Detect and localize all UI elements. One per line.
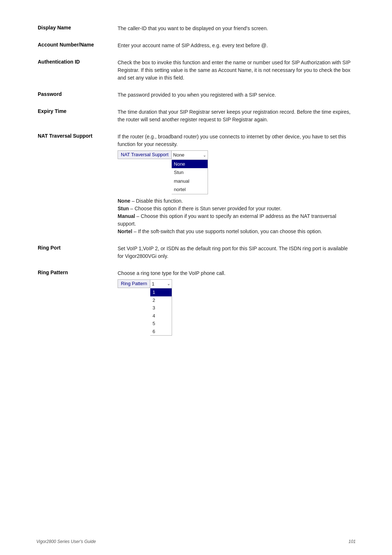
nat-option-nortel[interactable]: nortel bbox=[172, 185, 208, 194]
page-footer: Vigor2800 Series User's Guide 101 bbox=[36, 539, 356, 544]
field-row-ring-port: Ring Port Set VoIP 1,VoIP 2, or ISDN as … bbox=[36, 242, 356, 267]
field-row-authentication-id: Authentication ID Check the box to invok… bbox=[36, 56, 356, 88]
nat-term-manual: Manual bbox=[118, 213, 135, 219]
nat-option-stun[interactable]: Stun bbox=[172, 168, 208, 177]
ring-chevron-icon: ⌄ bbox=[167, 281, 170, 287]
nat-option-none[interactable]: None bbox=[172, 160, 208, 169]
nat-text-none: Disable this function. bbox=[136, 198, 183, 204]
password-desc: The password provided to you when you re… bbox=[118, 92, 276, 98]
field-row-account-number: Account Number/Name Enter your account n… bbox=[36, 39, 356, 56]
ring-options-list: 1 2 3 4 5 6 bbox=[150, 288, 172, 335]
nat-descriptions: None – Disable this function. Stun – Cho… bbox=[118, 197, 354, 235]
ring-pattern-widget: Ring Pattern 1 ⌄ 1 2 3 4 5 bbox=[118, 279, 354, 336]
ring-pattern-desc-intro: Choose a ring tone type for the VoIP pho… bbox=[118, 270, 225, 276]
ring-selected-value: 1 bbox=[152, 280, 154, 288]
nat-select-top[interactable]: None ⌄ bbox=[172, 151, 208, 160]
ring-option-1[interactable]: 1 bbox=[150, 288, 172, 296]
ring-port-desc: Set VoIP 1,VoIP 2, or ISDN as the defaul… bbox=[118, 246, 348, 259]
account-number-label: Account Number/Name bbox=[38, 42, 94, 48]
nat-widget-label: NAT Traversal Support bbox=[118, 150, 172, 159]
nat-sep-stun: – bbox=[129, 206, 135, 211]
nat-chevron-icon: ⌄ bbox=[203, 152, 206, 158]
nat-sep-nortel: – bbox=[132, 228, 138, 234]
nat-selected-value: None bbox=[173, 151, 184, 159]
footer-right: 101 bbox=[348, 539, 356, 544]
nat-options-list: None Stun manual nortel bbox=[172, 160, 208, 194]
nat-desc-none: None – Disable this function. bbox=[118, 197, 354, 205]
password-label: Password bbox=[38, 91, 62, 97]
nat-desc-manual: Manual – Choose this option if you want … bbox=[118, 212, 354, 228]
authentication-id-label: Authentication ID bbox=[38, 59, 80, 65]
field-row-nat-traversal: NAT Traversal Support If the router (e.g… bbox=[36, 130, 356, 242]
ring-option-2[interactable]: 2 bbox=[150, 296, 172, 304]
nat-text-nortel: If the soft-switch that you use supports… bbox=[138, 228, 322, 234]
nat-sep-none: – bbox=[130, 198, 136, 204]
account-number-desc: Enter your account name of SIP Address, … bbox=[118, 42, 268, 48]
ring-option-4[interactable]: 4 bbox=[150, 312, 172, 320]
ring-option-6[interactable]: 6 bbox=[150, 328, 172, 336]
nat-term-stun: Stun bbox=[118, 206, 129, 211]
nat-traversal-desc-intro: If the router (e.g., broadband router) y… bbox=[118, 134, 346, 147]
ring-select-container[interactable]: 1 ⌄ 1 2 3 4 5 6 bbox=[150, 279, 172, 336]
ring-option-3[interactable]: 3 bbox=[150, 304, 172, 312]
ring-option-5[interactable]: 5 bbox=[150, 320, 172, 328]
nat-desc-stun: Stun – Choose this option if there is St… bbox=[118, 205, 354, 212]
field-row-ring-pattern: Ring Pattern Choose a ring tone type for… bbox=[36, 267, 356, 343]
field-row-expiry-time: Expiry Time The time duration that your … bbox=[36, 105, 356, 130]
footer-left: Vigor2800 Series User's Guide bbox=[36, 539, 96, 544]
field-row-password: Password The password provided to you wh… bbox=[36, 88, 356, 105]
ring-port-label: Ring Port bbox=[38, 245, 61, 251]
display-name-label: Display Name bbox=[38, 25, 71, 31]
display-name-desc: The caller-ID that you want to be displa… bbox=[118, 25, 268, 31]
nat-term-nortel: Nortel bbox=[118, 228, 132, 234]
nat-text-manual: Choose this option if you want to specif… bbox=[118, 213, 336, 227]
authentication-id-desc: Check the box to invoke this function an… bbox=[118, 60, 351, 81]
nat-select-container[interactable]: None ⌄ None Stun manual nortel bbox=[172, 150, 208, 194]
ring-select-top[interactable]: 1 ⌄ bbox=[150, 280, 172, 289]
nat-text-stun: Choose this option if there is Stun serv… bbox=[135, 206, 282, 211]
ring-widget-label: Ring Pattern bbox=[118, 279, 150, 288]
field-row-display-name: Display Name The caller-ID that you want… bbox=[36, 22, 356, 39]
nat-traversal-label: NAT Traversal Support bbox=[38, 133, 93, 139]
nat-sep-manual: – bbox=[135, 213, 141, 219]
nat-traversal-widget: NAT Traversal Support None ⌄ None Stun m… bbox=[118, 150, 354, 194]
ring-pattern-label: Ring Pattern bbox=[38, 270, 68, 275]
expiry-time-label: Expiry Time bbox=[38, 108, 66, 114]
nat-desc-nortel: Nortel – If the soft-switch that you use… bbox=[118, 228, 354, 235]
nat-option-manual[interactable]: manual bbox=[172, 177, 208, 186]
expiry-time-desc: The time duration that your SIP Registra… bbox=[118, 109, 351, 122]
nat-term-none: None bbox=[118, 198, 130, 204]
